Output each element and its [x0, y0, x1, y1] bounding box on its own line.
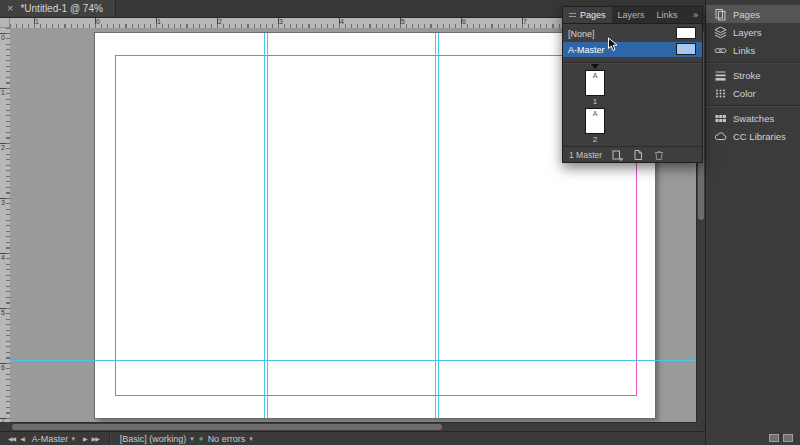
first-page-button[interactable]: ◀◀: [8, 435, 15, 442]
page-number-value: A-Master: [32, 434, 69, 444]
pages-panel-footer: 1 Master: [563, 146, 702, 162]
tab-label: Layers: [618, 10, 645, 20]
chevron-down-icon: ▾: [71, 435, 75, 443]
ruler-number: 4: [1, 254, 5, 262]
dock-item-label: Swatches: [733, 113, 774, 124]
dock-item-links[interactable]: Links: [706, 41, 800, 59]
tab-pages[interactable]: Pages: [563, 7, 612, 23]
panel-section-divider[interactable]: [563, 62, 702, 63]
pages-panel-tabbar: Pages Layers Links »: [563, 7, 702, 24]
status-bar: ◀◀ ◀ A-Master ▾ ▶ ▶▶ [Basic] (working) ▾…: [0, 431, 705, 445]
ruler-number: 5: [1, 309, 5, 317]
ruler-number: 6: [462, 18, 466, 26]
master-row-a-master[interactable]: A-Master: [563, 42, 702, 57]
color-icon: [714, 87, 727, 100]
preflight-status[interactable]: ● No errors ▾: [199, 434, 253, 444]
document-tab[interactable]: × *Untitled-1 @ 74%: [0, 0, 116, 17]
master-prefix-label: A: [593, 109, 598, 133]
dock-item-color[interactable]: Color: [706, 84, 800, 102]
vertical-ruler[interactable]: 0 1 2 3 4 5 6 7: [0, 28, 10, 422]
indesign-app: × *Untitled-1 @ 74% 1 0 1 2 3 4 5 6 7 8 …: [0, 0, 800, 445]
preflight-profile-select[interactable]: [Basic] (working) ▾: [120, 434, 194, 444]
dock-item-label: Links: [733, 45, 755, 56]
preflight-status-text: No errors: [208, 434, 246, 444]
page-number-label: 2: [585, 135, 605, 144]
previous-page-button[interactable]: ◀: [20, 435, 24, 442]
ruler-number: 1: [157, 18, 161, 26]
chevron-down-icon: ▾: [249, 435, 253, 443]
dock-item-label: Pages: [733, 9, 760, 20]
page-thumbnail-1[interactable]: A: [585, 70, 605, 96]
ruler-number: 3: [279, 18, 283, 26]
cc-libraries-icon: [714, 130, 727, 143]
dock-item-label: Stroke: [733, 70, 760, 81]
ruler-number: 5: [401, 18, 405, 26]
ruler-number: 2: [1, 144, 5, 152]
links-icon: [714, 44, 727, 57]
collapse-panel-icon[interactable]: »: [688, 7, 702, 23]
chevron-down-icon: ▾: [190, 435, 194, 443]
edit-page-size-icon[interactable]: [611, 149, 623, 161]
horizontal-ruler-guide[interactable]: [10, 360, 696, 361]
delete-page-icon[interactable]: [653, 149, 665, 161]
panel-dock: Pages Layers Links Stroke Color: [705, 0, 800, 445]
ruler-origin-corner[interactable]: [0, 18, 10, 28]
page-number-select[interactable]: A-Master ▾: [29, 434, 78, 444]
ruler-number: 1: [35, 18, 39, 26]
master-label: A-Master: [568, 45, 605, 55]
ruler-number: 4: [340, 18, 344, 26]
spread-view-icon[interactable]: [769, 434, 779, 442]
tab-layers[interactable]: Layers: [612, 7, 651, 23]
dock-item-label: Color: [733, 88, 756, 99]
ruler-number: 3: [1, 199, 5, 207]
dock-item-layers[interactable]: Layers: [706, 23, 800, 41]
new-page-icon[interactable]: [632, 149, 644, 161]
dock-item-cc-libraries[interactable]: CC Libraries: [706, 127, 800, 145]
preflight-profile-value: [Basic] (working): [120, 434, 187, 444]
stroke-icon: [714, 69, 727, 82]
dock-item-swatches[interactable]: Swatches: [706, 109, 800, 127]
swatches-icon: [714, 112, 727, 125]
ruler-number: 2: [218, 18, 222, 26]
master-label: [None]: [568, 29, 595, 39]
panel-grip-icon: [569, 11, 576, 19]
dock-divider: [706, 105, 800, 106]
mouse-cursor-icon: [607, 37, 618, 54]
single-page-view-icon[interactable]: [783, 434, 793, 442]
dock-item-label: Layers: [733, 27, 762, 38]
master-prefix-label: A: [593, 71, 598, 95]
document-title: *Untitled-1 @ 74%: [20, 3, 102, 14]
next-page-button[interactable]: ▶: [83, 435, 87, 442]
ruler-number: 7: [523, 18, 527, 26]
horizontal-scrollbar[interactable]: [10, 422, 696, 431]
dock-item-pages[interactable]: Pages: [706, 5, 800, 23]
master-thumbnail-a-master[interactable]: [676, 43, 696, 55]
page-number-label: 1: [585, 97, 605, 106]
margin-guides: [115, 55, 637, 396]
dock-item-stroke[interactable]: Stroke: [706, 66, 800, 84]
pages-icon: [714, 8, 727, 21]
page-thumbnail-2[interactable]: A: [585, 108, 605, 134]
master-row-none[interactable]: [None]: [563, 26, 702, 41]
tab-label: Links: [657, 10, 678, 20]
master-count-label: 1 Master: [569, 150, 602, 160]
preflight-ok-icon: ●: [199, 435, 204, 443]
ruler-number: 0: [1, 34, 5, 42]
ruler-number: 6: [1, 364, 5, 372]
statusbar-divider: [109, 434, 110, 444]
dock-corner: [769, 434, 793, 442]
dock-item-label: CC Libraries: [733, 131, 786, 142]
ruler-number: 7: [1, 417, 5, 425]
ruler-number: 1: [1, 89, 5, 97]
master-thumbnail-none[interactable]: [676, 27, 696, 39]
close-tab-icon[interactable]: ×: [7, 3, 13, 14]
current-page-indicator-icon: [591, 64, 599, 69]
dock-divider: [706, 62, 800, 63]
last-page-button[interactable]: ▶▶: [92, 435, 99, 442]
tab-label: Pages: [580, 10, 606, 20]
pages-panel: Pages Layers Links » [None] A-Master A 1…: [562, 6, 703, 163]
horizontal-scrollbar-thumb[interactable]: [12, 424, 442, 430]
layers-icon: [714, 26, 727, 39]
tab-links[interactable]: Links: [651, 7, 684, 23]
ruler-number: 0: [96, 18, 100, 26]
